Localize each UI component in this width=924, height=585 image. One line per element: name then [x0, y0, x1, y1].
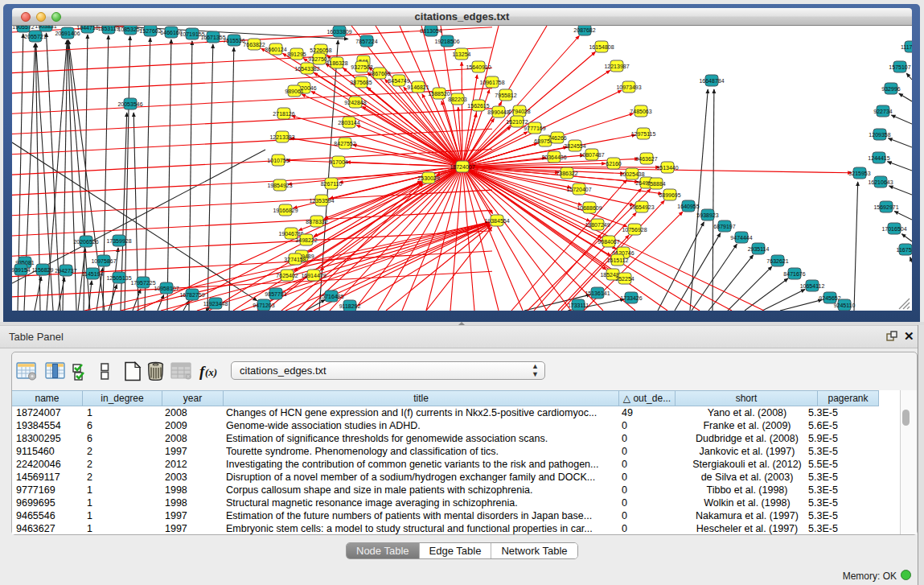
svg-text:16914479: 16914479: [301, 273, 326, 278]
svg-text:7386322: 7386322: [556, 171, 577, 176]
svg-text:12213383: 12213383: [269, 134, 294, 140]
svg-text:19854923: 19854923: [267, 183, 292, 188]
svg-text:20691406: 20691406: [55, 31, 80, 36]
svg-text:917004: 917004: [329, 159, 347, 165]
svg-text:18724007: 18724007: [450, 164, 474, 170]
svg-text:1905572: 1905572: [12, 26, 34, 30]
svg-text:12213987: 12213987: [604, 64, 629, 69]
svg-text:7485063: 7485063: [630, 109, 651, 114]
svg-text:1244415: 1244415: [868, 155, 889, 161]
svg-text:113254: 113254: [453, 51, 471, 57]
svg-text:1010755: 1010755: [267, 158, 289, 163]
svg-text:746266: 746266: [548, 135, 566, 141]
svg-text:1944718: 1944718: [76, 26, 98, 31]
svg-text:10975867: 10975867: [91, 258, 116, 264]
svg-text:9146821: 9146821: [407, 84, 429, 90]
svg-text:(x): (x): [205, 366, 217, 378]
svg-text:15720407: 15720407: [566, 187, 591, 192]
svg-text:9857791: 9857791: [265, 291, 286, 297]
svg-text:989061: 989061: [285, 89, 303, 94]
svg-text:2087682: 2087682: [573, 27, 595, 33]
svg-text:9084067: 9084067: [598, 239, 619, 245]
svg-text:16033809: 16033809: [326, 29, 351, 35]
svg-text:7857224: 7857224: [355, 39, 377, 44]
svg-text:3824554: 3824554: [564, 143, 585, 149]
svg-text:3498222: 3498222: [295, 237, 317, 243]
svg-text:6879197: 6879197: [713, 224, 735, 229]
svg-text:15640910: 15640910: [466, 64, 491, 70]
svg-text:1209358: 1209358: [869, 132, 890, 138]
svg-text:10654112: 10654112: [800, 283, 825, 289]
svg-text:7632621: 7632621: [766, 258, 788, 264]
svg-text:11923448: 11923448: [203, 301, 228, 307]
svg-text:252254: 252254: [615, 276, 634, 282]
svg-text:8267110: 8267110: [321, 181, 343, 187]
svg-text:10958107: 10958107: [154, 286, 179, 291]
svg-text:3274158: 3274158: [284, 257, 306, 262]
svg-text:1156829: 1156829: [32, 267, 54, 273]
svg-text:932996: 932996: [881, 86, 900, 92]
svg-text:2803144: 2803144: [338, 120, 359, 126]
svg-text:939154: 939154: [12, 267, 31, 273]
svg-text:15692971: 15692971: [873, 204, 898, 210]
svg-text:16154808: 16154808: [589, 44, 614, 50]
svg-text:116753: 116753: [897, 247, 912, 253]
svg-text:2935114: 2935114: [748, 246, 770, 252]
svg-text:9513440: 9513440: [656, 165, 678, 171]
svg-text:1621072: 1621072: [506, 119, 528, 125]
svg-text:891295: 891295: [287, 51, 306, 57]
svg-text:20053546: 20053546: [117, 101, 142, 107]
svg-text:1733426: 1733426: [620, 295, 642, 301]
svg-text:8427552: 8427552: [334, 141, 355, 146]
svg-text:12353594: 12353594: [309, 198, 334, 204]
svg-text:15716485: 15716485: [318, 294, 343, 299]
svg-text:6794028: 6794028: [508, 109, 530, 114]
svg-text:20364436: 20364436: [541, 154, 566, 160]
svg-text:16782759: 16782759: [179, 292, 204, 298]
svg-text:8990448: 8990448: [487, 109, 509, 115]
svg-text:7625402: 7625402: [276, 273, 298, 278]
svg-text:10807487: 10807487: [579, 152, 604, 158]
svg-text:9471203: 9471203: [253, 303, 274, 308]
svg-text:922734: 922734: [873, 109, 892, 114]
svg-text:5226058: 5226058: [310, 47, 331, 53]
svg-text:17957225: 17957225: [130, 280, 155, 286]
svg-text:8813054: 8813054: [420, 28, 441, 34]
svg-text:10756928: 10756928: [622, 227, 647, 233]
svg-text:2867608: 2867608: [368, 71, 390, 76]
svg-text:2942737: 2942737: [55, 268, 76, 274]
svg-text:8660124: 8660124: [265, 47, 286, 52]
svg-text:18807249: 18807249: [585, 222, 610, 228]
svg-text:3215953: 3215953: [848, 171, 870, 176]
svg-text:12505135: 12505135: [106, 275, 131, 281]
svg-text:9118292: 9118292: [339, 303, 361, 309]
svg-text:2530029: 2530029: [417, 175, 439, 181]
svg-text:882203: 882203: [448, 97, 466, 102]
svg-text:9777169: 9777169: [524, 126, 545, 131]
svg-text:758884: 758884: [647, 181, 665, 187]
svg-text:12975115: 12975115: [631, 131, 656, 137]
svg-text:9474444: 9474444: [730, 235, 752, 241]
svg-text:62160: 62160: [606, 161, 622, 167]
svg-text:7515536: 7515536: [223, 38, 244, 43]
svg-text:9245652: 9245652: [819, 295, 840, 301]
svg-text:17016504: 17016504: [881, 226, 906, 232]
svg-text:1615112: 1615112: [607, 257, 629, 263]
svg-text:16648784: 16648784: [699, 78, 724, 84]
svg-text:1903831: 1903831: [35, 26, 56, 29]
svg-text:1575107: 1575107: [889, 64, 910, 70]
svg-text:3875685: 3875685: [350, 80, 372, 85]
svg-text:5938923: 5938923: [696, 212, 718, 218]
svg-text:10961758: 10961758: [479, 80, 504, 85]
svg-text:1588520: 1588520: [428, 91, 450, 97]
svg-text:16210643: 16210643: [868, 179, 893, 185]
svg-text:1562615: 1562615: [467, 103, 489, 109]
svg-text:1640955: 1640955: [677, 204, 699, 209]
svg-text:19218506: 19218506: [434, 39, 459, 44]
svg-text:1733111: 1733111: [568, 303, 589, 308]
svg-text:17359928: 17359928: [106, 238, 131, 244]
svg-text:10688609: 10688609: [577, 205, 602, 211]
svg-text:1145194: 1145194: [82, 271, 104, 277]
svg-text:9242848: 9242848: [344, 100, 366, 105]
svg-text:9245110: 9245110: [834, 303, 856, 308]
